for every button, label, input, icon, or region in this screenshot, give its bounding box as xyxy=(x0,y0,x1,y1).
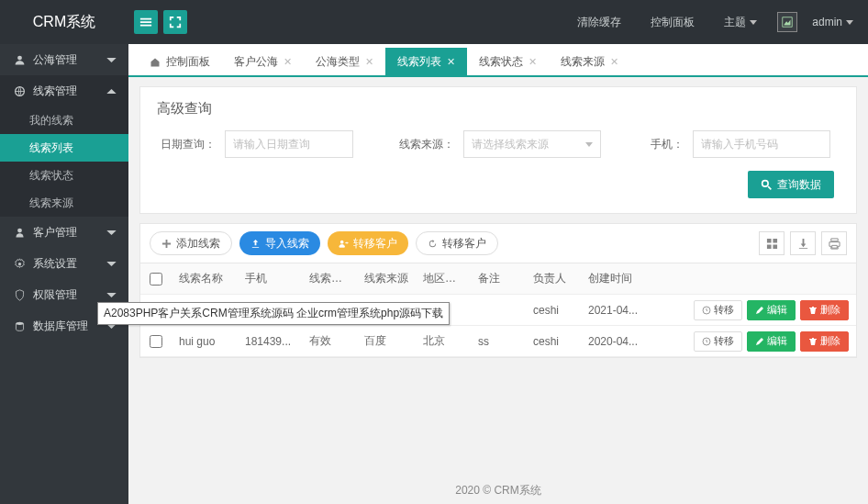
col-source: 线索来源 xyxy=(357,271,416,286)
sidebar-label: 系统设置 xyxy=(33,256,77,272)
print-icon xyxy=(829,238,840,250)
chevron-up-icon xyxy=(106,85,117,97)
close-icon[interactable]: ✕ xyxy=(447,56,455,68)
chevron-down-icon xyxy=(106,54,117,66)
tab-customer-public[interactable]: 客户公海✕ xyxy=(222,48,304,75)
clear-cache-link[interactable]: 清除缓存 xyxy=(562,15,636,30)
svg-point-0 xyxy=(17,55,22,60)
sidebar: 公海管理 线索管理 我的线索 线索列表 线索状态 线索来源 客户管理 系统设置 … xyxy=(0,44,128,504)
close-icon[interactable]: ✕ xyxy=(529,56,537,68)
tab-lead-source[interactable]: 线索来源✕ xyxy=(549,48,630,75)
row-edit-button[interactable]: 编辑 xyxy=(747,331,796,352)
submenu-my-leads[interactable]: 我的线索 xyxy=(0,106,128,134)
sidebar-toggle-button[interactable] xyxy=(134,10,158,34)
chevron-down-icon xyxy=(106,258,117,270)
upload-icon xyxy=(250,239,261,249)
fullscreen-button[interactable] xyxy=(163,10,187,34)
sidebar-label: 公海管理 xyxy=(33,52,77,68)
transfer-customer-button-2[interactable]: 转移客户 xyxy=(416,231,498,255)
footer: 2020 © CRM系统 xyxy=(128,483,868,498)
table-header: 线索名称 手机 线索状态 线索来源 地区来源 备注 负责人 创建时间 xyxy=(140,263,856,295)
phone-label: 手机： xyxy=(643,137,684,152)
col-remark: 备注 xyxy=(471,271,526,286)
chevron-down-icon xyxy=(106,289,117,301)
close-icon[interactable]: ✕ xyxy=(365,56,373,68)
tooltip: A2083PHP客户关系CRM管理系统源码 企业crm管理系统php源码下载 xyxy=(97,302,450,325)
chevron-down-icon xyxy=(750,20,757,25)
chevron-down-icon xyxy=(846,20,853,25)
tab-public-type[interactable]: 公海类型✕ xyxy=(304,48,385,75)
tabs-bar: 控制面板 客户公海✕ 公海类型✕ 线索列表✕ 线索状态✕ 线索来源✕ xyxy=(128,44,868,77)
date-input[interactable] xyxy=(225,130,353,158)
col-time: 创建时间 xyxy=(581,271,651,286)
user-icon xyxy=(14,227,26,239)
user-menu[interactable]: admin xyxy=(797,16,868,28)
search-icon xyxy=(761,179,773,191)
col-region: 地区来源 xyxy=(416,271,471,286)
close-icon[interactable]: ✕ xyxy=(284,56,292,68)
svg-point-2 xyxy=(17,228,22,232)
user-transfer-icon xyxy=(339,239,349,249)
plus-icon xyxy=(161,239,172,249)
users-icon xyxy=(14,54,26,66)
tab-lead-list[interactable]: 线索列表✕ xyxy=(385,48,467,75)
import-lead-button[interactable]: 导入线索 xyxy=(239,231,320,255)
table-row: hui guo 181439... 有效 百度 北京 ss ceshi 2020… xyxy=(140,326,856,357)
col-owner: 负责人 xyxy=(526,271,581,286)
sidebar-label: 客户管理 xyxy=(33,225,77,241)
topbar: CRM系统 清除缓存 控制面板 主题 admin xyxy=(0,0,868,44)
add-lead-button[interactable]: 添加线索 xyxy=(150,231,232,255)
svg-point-4 xyxy=(16,321,23,324)
sidebar-item-public[interactable]: 公海管理 xyxy=(0,44,128,75)
print-button[interactable] xyxy=(821,231,847,255)
date-label: 日期查询： xyxy=(157,137,216,152)
svg-point-5 xyxy=(762,180,769,186)
svg-point-6 xyxy=(340,240,344,243)
select-all-checkbox[interactable] xyxy=(150,273,162,286)
shield-icon xyxy=(14,289,26,301)
control-panel-link[interactable]: 控制面板 xyxy=(636,15,709,30)
transfer-customer-button[interactable]: 转移客户 xyxy=(328,231,408,255)
row-edit-button[interactable]: 编辑 xyxy=(747,300,796,320)
main-area: 控制面板 客户公海✕ 公海类型✕ 线索列表✕ 线索状态✕ 线索来源✕ 高级查询 … xyxy=(128,44,868,504)
col-status: 线索状态 xyxy=(302,271,357,286)
chevron-down-icon xyxy=(106,227,117,239)
row-transfer-button[interactable]: 转移 xyxy=(694,331,742,352)
submenu-lead-status[interactable]: 线索状态 xyxy=(0,162,128,189)
source-select[interactable]: 请选择线索来源 xyxy=(463,130,601,158)
source-label: 线索来源： xyxy=(395,137,454,152)
refresh-icon xyxy=(428,239,438,249)
export-button[interactable] xyxy=(790,231,816,255)
chevron-down-icon xyxy=(585,142,593,147)
submenu-lead-source[interactable]: 线索来源 xyxy=(0,189,128,217)
table-toolbar: 添加线索 导入线索 转移客户 转移客户 xyxy=(139,223,857,263)
avatar xyxy=(777,12,797,32)
download-icon xyxy=(797,238,809,250)
columns-button[interactable] xyxy=(759,231,785,255)
row-transfer-button[interactable]: 转移 xyxy=(694,300,742,320)
pencil-icon xyxy=(755,337,764,346)
sidebar-item-leads[interactable]: 线索管理 xyxy=(0,75,128,106)
grid-icon xyxy=(766,238,778,250)
tab-lead-status[interactable]: 线索状态✕ xyxy=(467,48,549,75)
col-phone: 手机 xyxy=(238,271,302,286)
search-button[interactable]: 查询数据 xyxy=(748,171,834,198)
close-icon[interactable]: ✕ xyxy=(610,56,618,68)
menu-icon xyxy=(139,16,152,28)
image-icon xyxy=(781,16,794,28)
submenu-lead-list[interactable]: 线索列表 xyxy=(0,134,128,162)
sidebar-item-customer[interactable]: 客户管理 xyxy=(0,217,128,248)
sidebar-item-settings[interactable]: 系统设置 xyxy=(0,248,128,279)
database-icon xyxy=(14,320,26,332)
row-checkbox[interactable] xyxy=(150,335,162,348)
globe-icon xyxy=(14,85,26,97)
home-icon xyxy=(150,57,161,68)
sidebar-submenu-leads: 我的线索 线索列表 线索状态 线索来源 xyxy=(0,106,128,217)
trash-icon xyxy=(808,337,818,346)
theme-dropdown[interactable]: 主题 xyxy=(709,15,772,30)
tab-control-panel[interactable]: 控制面板 xyxy=(138,48,222,75)
sidebar-label: 线索管理 xyxy=(33,84,77,99)
row-delete-button[interactable]: 删除 xyxy=(800,331,849,352)
phone-input[interactable] xyxy=(693,130,830,158)
row-delete-button[interactable]: 删除 xyxy=(800,300,849,320)
